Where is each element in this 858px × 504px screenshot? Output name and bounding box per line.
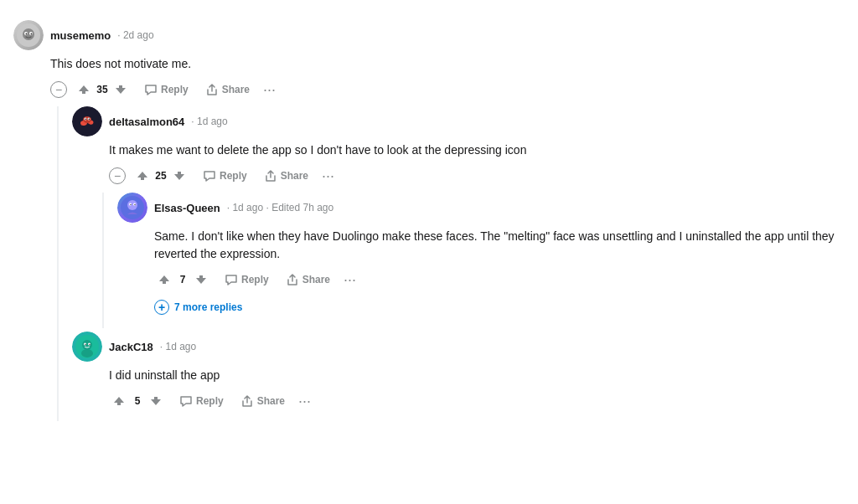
svg-point-22: [81, 349, 93, 357]
vote-group-jack: 5: [109, 391, 166, 411]
downvote-jack[interactable]: [146, 391, 166, 411]
comment-header: musememo · 2d ago: [13, 20, 845, 50]
username-elsas[interactable]: Elsas-Queen: [154, 202, 220, 214]
reply-button-musememo[interactable]: Reply: [137, 80, 195, 100]
svg-point-9: [83, 116, 91, 123]
more-replies-icon: +: [154, 300, 169, 315]
vote-count-jack: 5: [131, 395, 144, 407]
reply-button-elsas[interactable]: Reply: [218, 270, 276, 290]
svg-point-13: [89, 119, 90, 120]
comment-content-delta: It makes me want to delete the app so I …: [109, 141, 845, 193]
action-bar-delta: − 25 Reply: [109, 166, 845, 186]
svg-point-21: [82, 340, 92, 350]
vote-group-delta: 25: [132, 166, 189, 186]
vote-count-elsas: 7: [176, 274, 189, 285]
svg-point-5: [31, 33, 33, 35]
comment-jackc18: JackC18 · 1d ago I did uninstall the app…: [72, 332, 845, 418]
comment-content-jack: I did uninstall the app 5: [109, 367, 845, 418]
share-button-delta[interactable]: Share: [257, 166, 315, 186]
vote-group-elsas: 7: [154, 270, 211, 290]
comment-body-jack: I did uninstall the app: [109, 367, 845, 384]
avatar-deltasalmon64: [72, 106, 102, 136]
username-delta[interactable]: deltasalmon64: [109, 116, 184, 128]
svg-point-4: [26, 33, 28, 35]
upvote-elsas[interactable]: [154, 270, 174, 290]
downvote-musememo[interactable]: [111, 80, 131, 100]
username-musememo[interactable]: musememo: [50, 29, 111, 42]
comment-musememo: musememo · 2d ago This does not motivate…: [13, 20, 845, 421]
comment-body-elsas: Same. I don't like when they have Duolin…: [154, 228, 845, 263]
svg-point-26: [89, 344, 90, 345]
svg-point-15: [127, 200, 137, 210]
more-button-elsas[interactable]: ···: [340, 272, 359, 287]
comment-content-musememo: This does not motivate me. − 35 Reply: [50, 55, 845, 106]
svg-point-19: [134, 204, 135, 205]
timestamp-musememo: · 2d ago: [117, 29, 153, 41]
action-bar-jack: 5 Reply Share ···: [109, 391, 845, 411]
svg-point-25: [85, 344, 85, 345]
avatar-musememo: [13, 20, 44, 50]
avatar-jack: [72, 332, 102, 362]
svg-point-12: [85, 119, 86, 120]
more-replies-label: 7 more replies: [174, 301, 242, 313]
more-replies-button[interactable]: + 7 more replies: [154, 296, 242, 318]
vote-group-musememo: 35: [74, 80, 131, 100]
more-button-musememo[interactable]: ···: [260, 82, 279, 97]
comment-header-delta: deltasalmon64 · 1d ago: [72, 106, 845, 136]
collapse-button-delta[interactable]: −: [109, 167, 126, 184]
action-bar-elsas: 7 Reply: [154, 270, 845, 290]
reply-button-jack[interactable]: Reply: [173, 391, 230, 411]
comment-header-elsas: Elsas-Queen · 1d ago · Edited 7h ago: [117, 193, 845, 223]
comment-thread: musememo · 2d ago This does not motivate…: [13, 13, 845, 431]
svg-point-1: [23, 28, 34, 40]
comment-body-musememo: This does not motivate me.: [50, 55, 845, 73]
more-button-jack[interactable]: ···: [295, 393, 314, 409]
username-jack[interactable]: JackC18: [109, 341, 153, 353]
vote-count-musememo: 35: [96, 84, 109, 95]
vote-count-delta: 25: [154, 170, 168, 182]
downvote-delta[interactable]: [169, 166, 189, 186]
timestamp-elsas: · 1d ago · Edited 7h ago: [227, 202, 333, 213]
upvote-delta[interactable]: [132, 166, 152, 186]
upvote-musememo[interactable]: [74, 80, 94, 100]
action-bar-musememo: − 35 Reply Share: [50, 80, 845, 100]
share-button-jack[interactable]: Share: [234, 391, 292, 411]
share-button-elsas[interactable]: Share: [279, 270, 337, 290]
timestamp-delta: · 1d ago: [191, 116, 227, 127]
comment-deltasalmon64: deltasalmon64 · 1d ago It makes me want …: [72, 106, 845, 328]
upvote-jack[interactable]: [109, 391, 129, 411]
timestamp-jack: · 1d ago: [160, 341, 196, 352]
collapse-button-musememo[interactable]: −: [50, 81, 67, 98]
avatar-elsas: [117, 193, 147, 223]
share-button-musememo[interactable]: Share: [199, 80, 256, 100]
comment-header-jack: JackC18 · 1d ago: [72, 332, 845, 362]
downvote-elsas[interactable]: [191, 270, 211, 290]
reply-thread-musememo: deltasalmon64 · 1d ago It makes me want …: [57, 106, 845, 421]
comment-elsas: Elsas-Queen · 1d ago · Edited 7h ago Sam…: [117, 193, 845, 325]
reply-button-delta[interactable]: Reply: [196, 166, 254, 186]
comment-content-elsas: Same. I don't like when they have Duolin…: [154, 228, 845, 325]
nested-reply-thread-delta: Elsas-Queen · 1d ago · Edited 7h ago Sam…: [102, 193, 845, 328]
more-button-delta[interactable]: ···: [318, 168, 338, 183]
comment-body-delta: It makes me want to delete the app so I …: [109, 141, 845, 159]
svg-point-18: [130, 204, 131, 205]
